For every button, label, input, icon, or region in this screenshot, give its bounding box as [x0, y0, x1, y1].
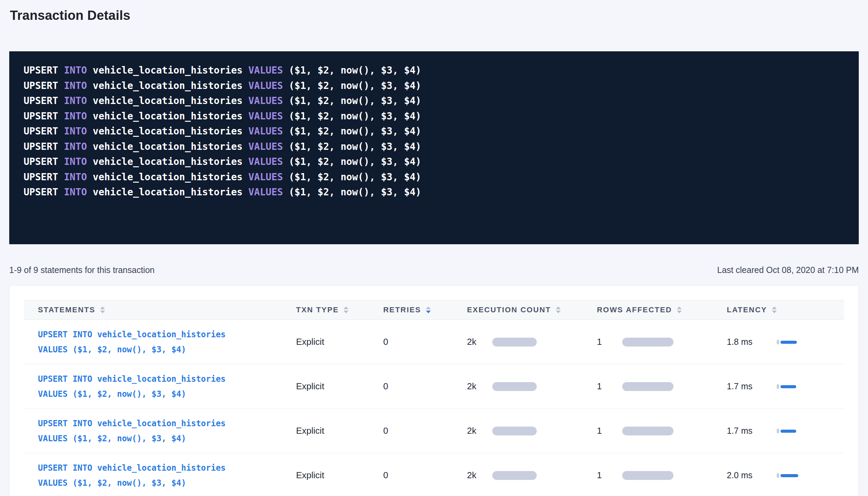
sort-caret-down-icon: [100, 311, 105, 313]
sql-statement-line: UPSERT INTO vehicle_location_histories V…: [24, 109, 844, 124]
sql-args: ($1, $2, now(), $3, $4): [289, 156, 421, 167]
rows-affected-value: 1: [597, 337, 616, 347]
sql-keyword-into: INTO: [64, 95, 87, 106]
retries-value: 0: [383, 337, 388, 347]
execution-count-value: 2k: [467, 426, 486, 436]
page-title: Transaction Details: [10, 8, 859, 23]
sql-table-name: vehicle_location_histories: [93, 126, 242, 137]
sort-caret-up-icon: [344, 306, 348, 309]
sql-statement-line: UPSERT INTO vehicle_location_histories V…: [24, 93, 844, 109]
column-label: LATENCY: [727, 305, 767, 314]
statement-text-line2: VALUES ($1, $2, now(), $3, $4): [38, 342, 282, 357]
sort-caret-up-icon: [677, 306, 682, 309]
execution-count-bar: [492, 471, 537, 480]
latency-bar: [780, 430, 796, 433]
latency-bar: [780, 474, 798, 477]
latency-bar-chart: [777, 471, 804, 480]
sql-args: ($1, $2, now(), $3, $4): [289, 186, 421, 198]
statement-link[interactable]: UPSERT INTO vehicle_location_historiesVA…: [38, 416, 282, 446]
statement-cell: UPSERT INTO vehicle_location_historiesVA…: [24, 416, 282, 446]
sort-caret-up-icon: [100, 306, 105, 309]
sql-keyword-values: VALUES: [248, 65, 283, 76]
statement-text-line1: UPSERT INTO vehicle_location_histories: [38, 460, 282, 475]
sql-table-name: vehicle_location_histories: [93, 95, 242, 106]
sql-args: ($1, $2, now(), $3, $4): [289, 171, 421, 183]
sql-keyword-upsert: UPSERT: [24, 110, 58, 122]
latency-dot: [777, 429, 779, 433]
retries-cell: 0: [369, 337, 453, 347]
rows-affected-value: 1: [597, 381, 616, 392]
retries-value: 0: [383, 470, 388, 480]
txn-type-cell: Explicit: [282, 470, 369, 481]
latency-cell: 1.8 ms: [713, 337, 844, 347]
txn-type-cell: Explicit: [282, 381, 369, 392]
column-header-txn-type[interactable]: TXN TYPE: [282, 305, 369, 314]
execution-count-cell: 2k: [453, 381, 583, 392]
sql-statement-line: UPSERT INTO vehicle_location_histories V…: [24, 124, 844, 139]
txn-type-value: Explicit: [296, 426, 324, 436]
table-body: UPSERT INTO vehicle_location_historiesVA…: [24, 320, 844, 496]
txn-type-value: Explicit: [296, 337, 324, 347]
sql-keyword-values: VALUES: [248, 110, 283, 122]
sql-keyword-into: INTO: [64, 80, 87, 91]
retries-cell: 0: [369, 381, 453, 392]
statement-cell: UPSERT INTO vehicle_location_historiesVA…: [24, 371, 282, 402]
sql-table-name: vehicle_location_histories: [93, 110, 242, 122]
sql-keyword-values: VALUES: [248, 186, 283, 198]
execution-count-value: 2k: [467, 470, 486, 481]
statement-link[interactable]: UPSERT INTO vehicle_location_historiesVA…: [38, 460, 282, 491]
column-header-retries[interactable]: RETRIES: [369, 305, 453, 314]
latency-dot: [777, 340, 779, 344]
statement-text-line1: UPSERT INTO vehicle_location_histories: [38, 371, 282, 387]
rows-affected-cell: 1: [583, 470, 713, 481]
latency-bar-chart: [777, 338, 804, 347]
sql-statement-line: UPSERT INTO vehicle_location_histories V…: [24, 170, 844, 185]
sql-keyword-into: INTO: [64, 186, 87, 198]
sql-keyword-values: VALUES: [248, 156, 283, 167]
sql-statement-line: UPSERT INTO vehicle_location_histories V…: [24, 154, 844, 170]
column-header-rows-affected[interactable]: ROWS AFFECTED: [583, 305, 713, 314]
latency-cell: 2.0 ms: [713, 470, 844, 480]
sql-keyword-upsert: UPSERT: [24, 156, 58, 167]
column-label: TXN TYPE: [296, 305, 339, 314]
column-header-statements[interactable]: STATEMENTS: [24, 305, 282, 314]
sort-caret-up-icon: [772, 306, 777, 309]
sql-table-name: vehicle_location_histories: [93, 186, 242, 198]
statement-text-line1: UPSERT INTO vehicle_location_histories: [38, 327, 282, 342]
rows-affected-value: 1: [597, 470, 616, 481]
rows-affected-cell: 1: [583, 337, 713, 347]
sort-caret-down-icon: [426, 311, 431, 313]
sql-keyword-into: INTO: [64, 110, 87, 122]
sql-table-name: vehicle_location_histories: [93, 171, 242, 183]
sql-statements-box: UPSERT INTO vehicle_location_histories V…: [9, 51, 859, 244]
rows-affected-bar: [622, 471, 673, 480]
sort-carets: [344, 306, 348, 313]
statement-cell: UPSERT INTO vehicle_location_historiesVA…: [24, 460, 282, 491]
statement-cell: UPSERT INTO vehicle_location_historiesVA…: [24, 327, 282, 357]
latency-value: 1.7 ms: [727, 426, 765, 436]
txn-type-cell: Explicit: [282, 337, 369, 347]
statements-count-text: 1-9 of 9 statements for this transaction: [9, 265, 155, 275]
latency-bar-chart: [777, 427, 804, 435]
retries-cell: 0: [369, 470, 453, 481]
table-row: UPSERT INTO vehicle_location_historiesVA…: [24, 364, 844, 409]
sort-caret-down-icon: [677, 311, 682, 313]
column-label: ROWS AFFECTED: [597, 305, 672, 314]
sql-keyword-values: VALUES: [248, 126, 283, 137]
column-header-execution-count[interactable]: EXECUTION COUNT: [453, 305, 583, 314]
latency-cell: 1.7 ms: [713, 426, 844, 436]
execution-count-cell: 2k: [453, 426, 583, 436]
statement-link[interactable]: UPSERT INTO vehicle_location_historiesVA…: [38, 371, 282, 402]
latency-bar-chart: [777, 382, 804, 391]
latency-bar: [780, 341, 797, 344]
rows-affected-cell: 1: [583, 426, 713, 436]
table-row: UPSERT INTO vehicle_location_historiesVA…: [24, 409, 844, 453]
column-header-latency[interactable]: LATENCY: [713, 305, 844, 314]
sql-keyword-values: VALUES: [248, 80, 283, 91]
statement-link[interactable]: UPSERT INTO vehicle_location_historiesVA…: [38, 327, 282, 357]
sort-caret-down-icon: [772, 311, 777, 313]
sql-args: ($1, $2, now(), $3, $4): [289, 80, 421, 91]
sql-keyword-upsert: UPSERT: [24, 186, 58, 198]
sort-carets: [426, 306, 431, 313]
retries-value: 0: [383, 381, 388, 391]
